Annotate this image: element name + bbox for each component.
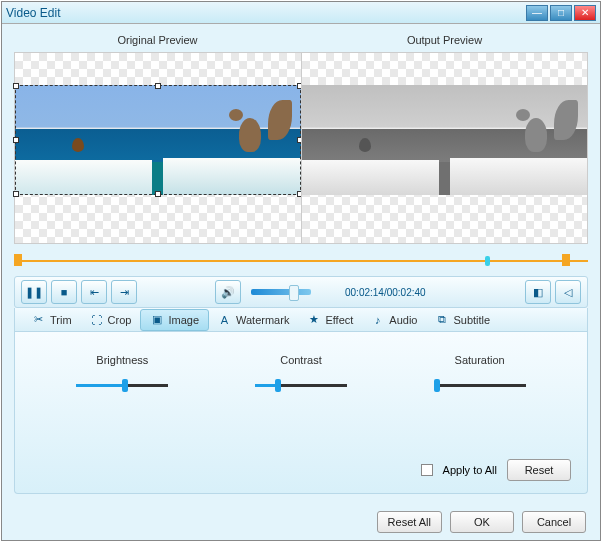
timeline[interactable] xyxy=(14,252,588,270)
window-title: Video Edit xyxy=(6,6,61,20)
crop-handle-b[interactable] xyxy=(155,191,161,197)
brightness-slider[interactable] xyxy=(76,384,168,387)
saturation-control: Saturation xyxy=(434,354,526,387)
close-button[interactable]: ✕ xyxy=(574,5,596,21)
subtitle-icon: ⧉ xyxy=(435,313,448,326)
flip-vertical-button[interactable]: ◁ xyxy=(555,280,581,304)
ok-button[interactable]: OK xyxy=(450,511,514,533)
mark-in-icon: ⇤ xyxy=(90,286,99,299)
speaker-icon: 🔊 xyxy=(221,286,235,299)
image-icon: ▣ xyxy=(150,313,163,326)
tab-label: Audio xyxy=(389,314,417,326)
original-preview-label: Original Preview xyxy=(14,34,301,52)
stop-button[interactable]: ■ xyxy=(51,280,77,304)
apply-to-all-checkbox[interactable] xyxy=(421,464,433,476)
brightness-control: Brightness xyxy=(76,354,168,387)
contrast-thumb[interactable] xyxy=(275,379,281,392)
scissors-icon: ✂ xyxy=(32,313,45,326)
tab-label: Effect xyxy=(325,314,353,326)
watermark-icon: A xyxy=(218,313,231,326)
brightness-thumb[interactable] xyxy=(122,379,128,392)
tab-label: Watermark xyxy=(236,314,289,326)
contrast-control: Contrast xyxy=(255,354,347,387)
volume-slider[interactable] xyxy=(251,289,311,295)
tab-label: Subtitle xyxy=(453,314,490,326)
maximize-button[interactable]: □ xyxy=(550,5,572,21)
reset-button[interactable]: Reset xyxy=(507,459,571,481)
tab-crop[interactable]: ⛶Crop xyxy=(81,309,141,331)
contrast-slider[interactable] xyxy=(255,384,347,387)
crop-icon: ⛶ xyxy=(90,313,103,326)
video-edit-window: Video Edit — □ ✕ Original Preview Output… xyxy=(1,1,601,541)
flip-horizontal-button[interactable]: ◧ xyxy=(525,280,551,304)
minimize-button[interactable]: — xyxy=(526,5,548,21)
titlebar: Video Edit — □ ✕ xyxy=(2,2,600,24)
trim-end-handle[interactable] xyxy=(562,254,570,266)
output-preview-pane xyxy=(301,53,588,243)
crop-handle-l[interactable] xyxy=(13,137,19,143)
tab-subtitle[interactable]: ⧉Subtitle xyxy=(426,309,499,331)
original-preview-pane[interactable] xyxy=(15,53,301,243)
brightness-label: Brightness xyxy=(96,354,148,366)
trim-start-handle[interactable] xyxy=(14,254,22,266)
tab-effect[interactable]: ★Effect xyxy=(298,309,362,331)
flip-h-icon: ◧ xyxy=(533,286,543,299)
playback-controls: ❚❚ ■ ⇤ ⇥ 🔊 00:02:14/00:02:40 ◧ ◁ xyxy=(14,276,588,308)
crop-handle-tl[interactable] xyxy=(13,83,19,89)
saturation-slider[interactable] xyxy=(434,384,526,387)
flip-v-icon: ◁ xyxy=(564,286,572,299)
mark-out-button[interactable]: ⇥ xyxy=(111,280,137,304)
saturation-label: Saturation xyxy=(455,354,505,366)
tab-audio[interactable]: ♪Audio xyxy=(362,309,426,331)
mark-in-button[interactable]: ⇤ xyxy=(81,280,107,304)
tab-bar: ✂Trim ⛶Crop ▣Image AWatermark ★Effect ♪A… xyxy=(14,308,588,332)
crop-handle-t[interactable] xyxy=(155,83,161,89)
pause-icon: ❚❚ xyxy=(25,286,43,299)
contrast-label: Contrast xyxy=(280,354,322,366)
tab-label: Trim xyxy=(50,314,72,326)
tab-image[interactable]: ▣Image xyxy=(140,309,209,331)
tab-label: Crop xyxy=(108,314,132,326)
crop-selection[interactable] xyxy=(15,85,301,195)
crop-handle-bl[interactable] xyxy=(13,191,19,197)
cancel-button[interactable]: Cancel xyxy=(522,511,586,533)
apply-to-all-label: Apply to All xyxy=(443,464,497,476)
playhead[interactable] xyxy=(485,256,490,266)
star-icon: ★ xyxy=(307,313,320,326)
mark-out-icon: ⇥ xyxy=(120,286,129,299)
stop-icon: ■ xyxy=(61,286,68,298)
saturation-thumb[interactable] xyxy=(434,379,440,392)
preview-container xyxy=(14,52,588,244)
music-icon: ♪ xyxy=(371,313,384,326)
tab-watermark[interactable]: AWatermark xyxy=(209,309,298,331)
image-panel: Brightness Contrast Saturation Apply to … xyxy=(14,332,588,494)
playback-time: 00:02:14/00:02:40 xyxy=(345,287,426,298)
tab-label: Image xyxy=(168,314,199,326)
tab-trim[interactable]: ✂Trim xyxy=(23,309,81,331)
pause-button[interactable]: ❚❚ xyxy=(21,280,47,304)
mute-button[interactable]: 🔊 xyxy=(215,280,241,304)
dialog-footer: Reset All OK Cancel xyxy=(2,504,600,540)
output-preview-label: Output Preview xyxy=(301,34,588,52)
reset-all-button[interactable]: Reset All xyxy=(377,511,442,533)
